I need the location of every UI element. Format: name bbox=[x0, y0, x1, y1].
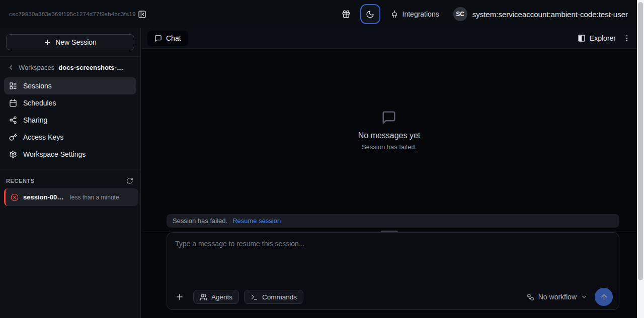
sidebar-item-sharing[interactable]: Sharing bbox=[4, 112, 136, 129]
main-panel: Chat Explorer No messages yet bbox=[141, 28, 637, 318]
agents-label: Agents bbox=[211, 293, 232, 301]
arrow-up-icon bbox=[600, 293, 608, 301]
session-id-text: cec79930a383e369f195c1274d77f9eb4bc3fa19 bbox=[9, 11, 136, 17]
topbar: cec79930a383e369f195c1274d77f9eb4bc3fa19… bbox=[0, 0, 637, 28]
agents-button[interactable]: Agents bbox=[193, 290, 239, 304]
sidebar: New Session Workspaces docs-screenshots-… bbox=[0, 28, 141, 318]
panel-split-icon bbox=[578, 34, 586, 42]
composer-toolbar-right: No workflow bbox=[527, 288, 613, 306]
chevron-left-icon bbox=[7, 64, 15, 71]
tab-chat[interactable]: Chat bbox=[147, 31, 188, 46]
sidebar-item-label: Access Keys bbox=[23, 133, 63, 141]
refresh-icon[interactable] bbox=[126, 177, 133, 184]
commands-label: Commands bbox=[262, 293, 297, 301]
recents-header: RECENTS bbox=[0, 172, 140, 187]
sidebar-item-workspace-settings[interactable]: Workspace Settings bbox=[4, 146, 136, 163]
list-item-recent-session[interactable]: session-00… less than a minute bbox=[4, 188, 138, 206]
plug-icon bbox=[390, 10, 398, 18]
breadcrumb[interactable]: Workspaces docs-screenshots-17… bbox=[0, 57, 140, 75]
new-session-wrap: New Session bbox=[0, 28, 140, 57]
empty-state-subtitle: Session has failed. bbox=[362, 143, 417, 151]
composer-toolbar: Agents Commands No workflow bbox=[173, 289, 613, 304]
avatar[interactable]: SC bbox=[453, 7, 467, 21]
message-input[interactable] bbox=[167, 233, 619, 281]
sidebar-item-label: Sharing bbox=[23, 116, 47, 124]
plus-icon bbox=[44, 39, 51, 46]
chevron-down-icon bbox=[581, 293, 588, 300]
explorer-button[interactable]: Explorer bbox=[578, 34, 616, 42]
sidebar-nav: Sessions Schedules Sharing Access Keys bbox=[0, 75, 140, 165]
share-icon bbox=[9, 116, 17, 124]
workflow-dropdown[interactable]: No workflow bbox=[527, 293, 588, 301]
sidebar-item-label: Workspace Settings bbox=[23, 150, 86, 158]
topbar-right-group: Integrations SC system:serviceaccount:am… bbox=[337, 5, 637, 23]
recent-session-time: less than a minute bbox=[70, 194, 119, 201]
sidebar-item-schedules[interactable]: Schedules bbox=[4, 94, 136, 112]
gear-icon bbox=[9, 150, 17, 158]
vertical-scrollbar[interactable] bbox=[637, 0, 644, 318]
app-window: cec79930a383e369f195c1274d77f9eb4bc3fa19… bbox=[0, 0, 644, 318]
resume-session-link[interactable]: Resume session bbox=[232, 217, 281, 225]
sidebar-item-sessions[interactable]: Sessions bbox=[4, 77, 136, 94]
message-square-icon bbox=[381, 110, 396, 125]
users-icon bbox=[200, 293, 207, 301]
workflow-icon bbox=[527, 293, 534, 301]
message-square-icon bbox=[154, 35, 162, 42]
vertical-scrollbar-thumb[interactable] bbox=[638, 2, 643, 280]
new-session-button[interactable]: New Session bbox=[6, 34, 134, 50]
workspaces-label: Workspaces bbox=[19, 64, 54, 71]
username-text: system:serviceaccount:ambient-code:test-… bbox=[472, 10, 628, 19]
integrations-button[interactable]: Integrations bbox=[390, 10, 439, 18]
empty-state: No messages yet Session has failed. bbox=[358, 110, 421, 151]
message-composer: Agents Commands No workflow bbox=[167, 232, 619, 310]
banner-message: Session has failed. bbox=[173, 217, 227, 225]
recents-title: RECENTS bbox=[6, 178, 35, 184]
session-failed-banner: Session has failed. Resume session bbox=[167, 214, 619, 228]
chat-header: Chat Explorer bbox=[141, 28, 637, 49]
workspace-name: docs-screenshots-17… bbox=[58, 64, 124, 71]
panel-collapse-icon[interactable] bbox=[138, 10, 146, 19]
chat-header-right: Explorer bbox=[578, 34, 631, 42]
gift-icon[interactable] bbox=[337, 5, 355, 23]
workflow-label: No workflow bbox=[538, 293, 577, 301]
chat-message-area: No messages yet Session has failed. bbox=[141, 49, 637, 214]
sidebar-item-access-keys[interactable]: Access Keys bbox=[4, 129, 136, 146]
circle-x-error-icon bbox=[11, 193, 19, 201]
theme-toggle-moon-icon[interactable] bbox=[361, 5, 379, 23]
sidebar-item-label: Schedules bbox=[23, 99, 56, 107]
calendar-icon bbox=[9, 99, 17, 107]
send-button[interactable] bbox=[595, 288, 613, 306]
key-icon bbox=[9, 133, 17, 141]
sidebar-item-label: Sessions bbox=[23, 82, 52, 90]
terminal-icon bbox=[251, 293, 258, 301]
tab-chat-label: Chat bbox=[166, 34, 181, 42]
kebab-menu-icon[interactable] bbox=[623, 34, 631, 42]
empty-state-title: No messages yet bbox=[358, 131, 421, 140]
integrations-label: Integrations bbox=[403, 10, 439, 18]
sessions-list-icon bbox=[9, 82, 17, 90]
explorer-label: Explorer bbox=[590, 34, 616, 42]
recent-session-name: session-00… bbox=[23, 193, 63, 201]
commands-button[interactable]: Commands bbox=[244, 290, 303, 304]
attach-plus-icon[interactable] bbox=[173, 290, 186, 303]
